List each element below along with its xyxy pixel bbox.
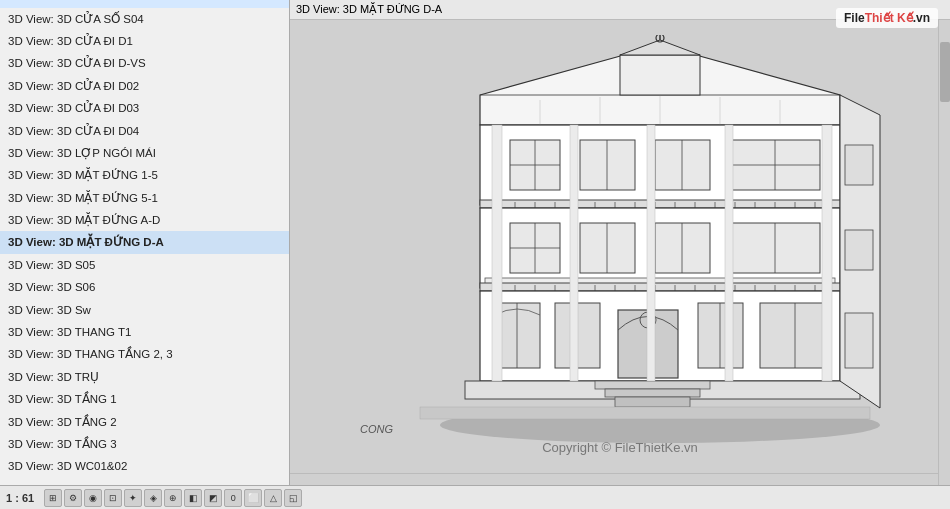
view-panel: 3D View: 3D CỘT TẦNG 33D View: 3D CỬA SỐ… bbox=[0, 0, 290, 485]
view-list-item[interactable]: 3D View: 3D CỬA ĐI D-VS bbox=[0, 52, 289, 74]
status-icon-2[interactable]: ⚙ bbox=[64, 489, 82, 507]
viewport-title: 3D View: 3D MẶT ĐỨNG D-A bbox=[296, 3, 442, 16]
watermark-brand: Thiết Kế bbox=[865, 11, 913, 25]
status-icon-1[interactable]: ⊞ bbox=[44, 489, 62, 507]
status-icon-11[interactable]: ⬜ bbox=[244, 489, 262, 507]
view-list-item[interactable]: 3D View: 3D MẶT ĐỨNG A-D bbox=[0, 209, 289, 231]
view-list-item[interactable]: 3D View: 3D MẶT ĐỨNG D-A bbox=[0, 231, 289, 253]
cong-label: CONG bbox=[360, 423, 393, 435]
view-list-item[interactable]: 3D View: 3D CỬA SỐ S04 bbox=[0, 8, 289, 30]
watermark-logo: FileThiết Kế.vn bbox=[836, 8, 938, 28]
status-icon-7[interactable]: ⊕ bbox=[164, 489, 182, 507]
watermark-suffix: .vn bbox=[913, 11, 930, 25]
view-list-item[interactable]: 3D View: 3D CỬA ĐI D02 bbox=[0, 75, 289, 97]
svg-rect-76 bbox=[698, 303, 743, 368]
svg-rect-86 bbox=[845, 145, 873, 185]
status-icon-3[interactable]: ◉ bbox=[84, 489, 102, 507]
svg-rect-50 bbox=[480, 283, 840, 291]
status-icons-group: ⊞ ⚙ ◉ ⊡ ✦ ◈ ⊕ ◧ ◩ 0 ⬜ △ ◱ bbox=[44, 489, 302, 507]
status-icon-5[interactable]: ✦ bbox=[124, 489, 142, 507]
viewport[interactable]: 3D View: 3D MẶT ĐỨNG D-A FileThiết Kế.vn bbox=[290, 0, 950, 485]
status-icon-12[interactable]: △ bbox=[264, 489, 282, 507]
view-list-item[interactable]: 3D View: 3D CỬA ĐI D1 bbox=[0, 30, 289, 52]
status-bar: 1 : 61 ⊞ ⚙ ◉ ⊡ ✦ ◈ ⊕ ◧ ◩ 0 ⬜ △ ◱ bbox=[0, 485, 950, 509]
view-list-item[interactable]: 3D View: 3D THANG TẦNG 2, 3 bbox=[0, 343, 289, 365]
view-list-item[interactable]: 3D View: 3D LỢP NGÓI MÁI bbox=[0, 142, 289, 164]
building-container bbox=[290, 20, 950, 485]
view-list-item[interactable]: 3D View: 3D MẶT ĐỨNG 5-1 bbox=[0, 187, 289, 209]
status-icon-8[interactable]: ◧ bbox=[184, 489, 202, 507]
view-list-item[interactable]: 3D View: 3D WC01&02 (01) bbox=[0, 478, 289, 485]
svg-rect-93 bbox=[822, 125, 832, 381]
svg-rect-21 bbox=[480, 200, 840, 208]
view-list[interactable]: 3D View: 3D CỘT TẦNG 33D View: 3D CỬA SỐ… bbox=[0, 0, 289, 485]
svg-rect-90 bbox=[570, 125, 578, 381]
scrollbar-thumb-v[interactable] bbox=[940, 42, 950, 102]
view-list-item[interactable]: 3D View: 3D TẦNG 2 bbox=[0, 411, 289, 433]
svg-rect-88 bbox=[845, 313, 873, 368]
status-icon-6[interactable]: ◈ bbox=[144, 489, 162, 507]
view-list-item[interactable]: 3D View: 3D WC01&02 bbox=[0, 455, 289, 477]
svg-rect-43 bbox=[580, 223, 635, 273]
svg-rect-83 bbox=[615, 397, 690, 407]
view-list-item[interactable]: 3D View: 3D CỬA ĐI D03 bbox=[0, 97, 289, 119]
building-svg bbox=[340, 35, 920, 455]
status-icon-4[interactable]: ⊡ bbox=[104, 489, 122, 507]
status-icon-9[interactable]: ◩ bbox=[204, 489, 222, 507]
view-list-item[interactable]: 3D View: 3D CỬA ĐI D04 bbox=[0, 120, 289, 142]
view-list-item[interactable]: 3D View: 3D Sw bbox=[0, 299, 289, 321]
view-list-item[interactable]: 3D View: 3D TẦNG 1 bbox=[0, 388, 289, 410]
svg-rect-14 bbox=[580, 140, 635, 190]
view-list-item[interactable]: 3D View: 3D MẶT ĐỨNG 1-5 bbox=[0, 164, 289, 186]
viewport-scrollbar-horizontal[interactable] bbox=[290, 473, 938, 485]
scale-indicator: 1 : 61 bbox=[6, 492, 34, 504]
svg-rect-92 bbox=[725, 125, 733, 381]
svg-rect-89 bbox=[492, 125, 502, 381]
view-list-item[interactable]: 3D View: 3D THANG T1 bbox=[0, 321, 289, 343]
view-list-item[interactable]: 3D View: 3D TẦNG 3 bbox=[0, 433, 289, 455]
svg-rect-82 bbox=[605, 389, 700, 397]
svg-rect-16 bbox=[655, 140, 710, 190]
main-area: 3D View: 3D CỘT TẦNG 33D View: 3D CỬA SỐ… bbox=[0, 0, 950, 485]
viewport-scrollbar-vertical[interactable] bbox=[938, 20, 950, 485]
view-list-item[interactable]: 3D View: 3D TRỤ bbox=[0, 366, 289, 388]
svg-rect-8 bbox=[620, 55, 700, 95]
status-icon-10[interactable]: 0 bbox=[224, 489, 242, 507]
watermark-prefix: File bbox=[844, 11, 865, 25]
status-icon-13[interactable]: ◱ bbox=[284, 489, 302, 507]
svg-rect-87 bbox=[845, 230, 873, 270]
svg-rect-81 bbox=[595, 381, 710, 389]
svg-rect-91 bbox=[647, 125, 655, 381]
view-list-item[interactable]: 3D View: 3D CỬA SỐ S03& S003 bbox=[0, 0, 289, 8]
view-list-item[interactable]: 3D View: 3D S05 bbox=[0, 254, 289, 276]
view-list-item[interactable]: 3D View: 3D S06 bbox=[0, 276, 289, 298]
svg-rect-84 bbox=[420, 407, 870, 419]
app-container: 3D View: 3D CỘT TẦNG 33D View: 3D CỬA SỐ… bbox=[0, 0, 950, 509]
svg-rect-45 bbox=[655, 223, 710, 273]
